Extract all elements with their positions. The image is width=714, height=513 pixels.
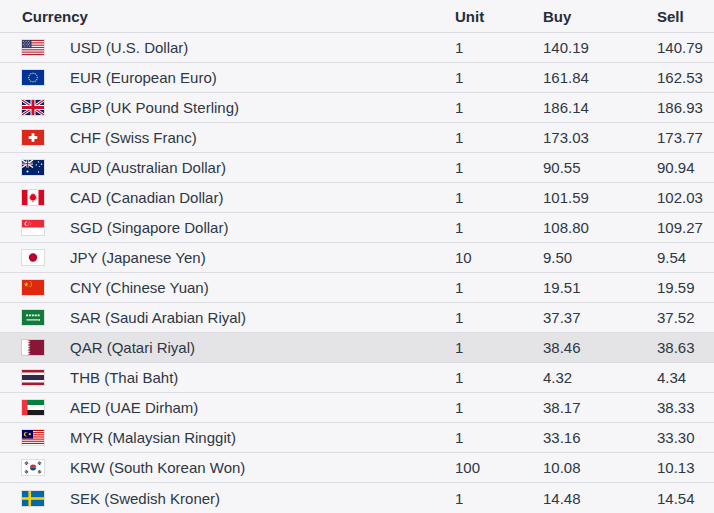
aed-flag-icon bbox=[22, 400, 44, 415]
buy-cell: 4.32 bbox=[543, 369, 657, 386]
currency-cell: MYR (Malaysian Ringgit) bbox=[0, 429, 455, 446]
unit-cell: 1 bbox=[455, 339, 543, 356]
sell-cell: 37.52 bbox=[657, 309, 714, 326]
sell-cell: 173.77 bbox=[657, 129, 714, 146]
unit-cell: 10 bbox=[455, 249, 543, 266]
table-row-aud[interactable]: AUD (Australian Dollar) 1 90.55 90.94 bbox=[0, 153, 714, 183]
unit-cell: 1 bbox=[455, 309, 543, 326]
sell-cell: 109.27 bbox=[657, 219, 714, 236]
sell-cell: 90.94 bbox=[657, 159, 714, 176]
unit-cell: 1 bbox=[455, 99, 543, 116]
currency-label: SEK (Swedish Kroner) bbox=[70, 490, 220, 507]
sell-cell: 102.03 bbox=[657, 189, 714, 206]
currency-cell: EUR (European Euro) bbox=[0, 69, 455, 86]
table-row-jpy[interactable]: JPY (Japanese Yen) 10 9.50 9.54 bbox=[0, 243, 714, 273]
thb-flag-icon bbox=[22, 370, 44, 385]
unit-cell: 1 bbox=[455, 429, 543, 446]
currency-label: EUR (European Euro) bbox=[70, 69, 217, 86]
currency-label: CAD (Canadian Dollar) bbox=[70, 189, 223, 206]
currency-label: THB (Thai Baht) bbox=[70, 369, 178, 386]
column-header-buy: Buy bbox=[543, 8, 657, 25]
table-header-row: Currency Unit Buy Sell bbox=[0, 0, 714, 33]
currency-table-body: USD (U.S. Dollar) 1 140.19 140.79 EUR (E… bbox=[0, 33, 714, 513]
currency-cell: THB (Thai Baht) bbox=[0, 369, 455, 386]
table-row-sek[interactable]: SEK (Swedish Kroner) 1 14.48 14.54 bbox=[0, 483, 714, 513]
currency-label: MYR (Malaysian Ringgit) bbox=[70, 429, 236, 446]
buy-cell: 173.03 bbox=[543, 129, 657, 146]
sell-cell: 19.59 bbox=[657, 279, 714, 296]
sar-flag-icon bbox=[22, 310, 44, 325]
column-header-currency: Currency bbox=[0, 8, 455, 25]
cny-flag-icon bbox=[22, 280, 44, 295]
currency-cell: SGD (Singapore Dollar) bbox=[0, 219, 455, 236]
table-row-gbp[interactable]: GBP (UK Pound Sterling) 1 186.14 186.93 bbox=[0, 93, 714, 123]
column-header-unit: Unit bbox=[455, 8, 543, 25]
unit-cell: 1 bbox=[455, 39, 543, 56]
buy-cell: 37.37 bbox=[543, 309, 657, 326]
buy-cell: 101.59 bbox=[543, 189, 657, 206]
cad-flag-icon bbox=[22, 190, 44, 205]
unit-cell: 1 bbox=[455, 159, 543, 176]
currency-rates-table: Currency Unit Buy Sell USD (U.S. Dollar)… bbox=[0, 0, 714, 513]
currency-cell: CAD (Canadian Dollar) bbox=[0, 189, 455, 206]
buy-cell: 90.55 bbox=[543, 159, 657, 176]
unit-cell: 1 bbox=[455, 369, 543, 386]
table-row-usd[interactable]: USD (U.S. Dollar) 1 140.19 140.79 bbox=[0, 33, 714, 63]
currency-cell: QAR (Qatari Riyal) bbox=[0, 339, 455, 356]
currency-cell: SAR (Saudi Arabian Riyal) bbox=[0, 309, 455, 326]
chf-flag-icon bbox=[22, 130, 44, 145]
table-row-krw[interactable]: KRW (South Korean Won) 100 10.08 10.13 bbox=[0, 453, 714, 483]
currency-label: USD (U.S. Dollar) bbox=[70, 39, 188, 56]
currency-cell: CHF (Swiss Franc) bbox=[0, 129, 455, 146]
column-header-sell: Sell bbox=[657, 8, 714, 25]
table-row-chf[interactable]: CHF (Swiss Franc) 1 173.03 173.77 bbox=[0, 123, 714, 153]
currency-cell: AUD (Australian Dollar) bbox=[0, 159, 455, 176]
gbp-flag-icon bbox=[22, 100, 44, 115]
currency-cell: CNY (Chinese Yuan) bbox=[0, 279, 455, 296]
unit-cell: 1 bbox=[455, 129, 543, 146]
sell-cell: 140.79 bbox=[657, 39, 714, 56]
sell-cell: 4.34 bbox=[657, 369, 714, 386]
currency-cell: AED (UAE Dirham) bbox=[0, 399, 455, 416]
buy-cell: 140.19 bbox=[543, 39, 657, 56]
sek-flag-icon bbox=[22, 491, 44, 506]
table-row-eur[interactable]: EUR (European Euro) 1 161.84 162.53 bbox=[0, 63, 714, 93]
buy-cell: 108.80 bbox=[543, 219, 657, 236]
sell-cell: 9.54 bbox=[657, 249, 714, 266]
table-row-cad[interactable]: CAD (Canadian Dollar) 1 101.59 102.03 bbox=[0, 183, 714, 213]
currency-cell: JPY (Japanese Yen) bbox=[0, 249, 455, 266]
buy-cell: 186.14 bbox=[543, 99, 657, 116]
jpy-flag-icon bbox=[22, 250, 44, 265]
sgd-flag-icon bbox=[22, 220, 44, 235]
table-row-sgd[interactable]: SGD (Singapore Dollar) 1 108.80 109.27 bbox=[0, 213, 714, 243]
currency-cell: GBP (UK Pound Sterling) bbox=[0, 99, 455, 116]
currency-label: SAR (Saudi Arabian Riyal) bbox=[70, 309, 246, 326]
currency-label: AED (UAE Dirham) bbox=[70, 399, 198, 416]
eur-flag-icon bbox=[22, 70, 44, 85]
unit-cell: 1 bbox=[455, 189, 543, 206]
buy-cell: 161.84 bbox=[543, 69, 657, 86]
currency-label: SGD (Singapore Dollar) bbox=[70, 219, 228, 236]
unit-cell: 100 bbox=[455, 459, 543, 476]
table-row-sar[interactable]: SAR (Saudi Arabian Riyal) 1 37.37 37.52 bbox=[0, 303, 714, 333]
table-row-aed[interactable]: AED (UAE Dirham) 1 38.17 38.33 bbox=[0, 393, 714, 423]
table-row-myr[interactable]: MYR (Malaysian Ringgit) 1 33.16 33.30 bbox=[0, 423, 714, 453]
currency-label: QAR (Qatari Riyal) bbox=[70, 339, 195, 356]
buy-cell: 14.48 bbox=[543, 490, 657, 507]
currency-cell: USD (U.S. Dollar) bbox=[0, 39, 455, 56]
sell-cell: 10.13 bbox=[657, 459, 714, 476]
currency-label: JPY (Japanese Yen) bbox=[70, 249, 206, 266]
currency-cell: KRW (South Korean Won) bbox=[0, 459, 455, 476]
sell-cell: 186.93 bbox=[657, 99, 714, 116]
sell-cell: 162.53 bbox=[657, 69, 714, 86]
table-row-qar[interactable]: QAR (Qatari Riyal) 1 38.46 38.63 bbox=[0, 333, 714, 363]
sell-cell: 38.63 bbox=[657, 339, 714, 356]
table-row-cny[interactable]: CNY (Chinese Yuan) 1 19.51 19.59 bbox=[0, 273, 714, 303]
buy-cell: 9.50 bbox=[543, 249, 657, 266]
currency-label: GBP (UK Pound Sterling) bbox=[70, 99, 239, 116]
currency-label: CHF (Swiss Franc) bbox=[70, 129, 197, 146]
unit-cell: 1 bbox=[455, 69, 543, 86]
table-row-thb[interactable]: THB (Thai Baht) 1 4.32 4.34 bbox=[0, 363, 714, 393]
sell-cell: 14.54 bbox=[657, 490, 714, 507]
unit-cell: 1 bbox=[455, 219, 543, 236]
